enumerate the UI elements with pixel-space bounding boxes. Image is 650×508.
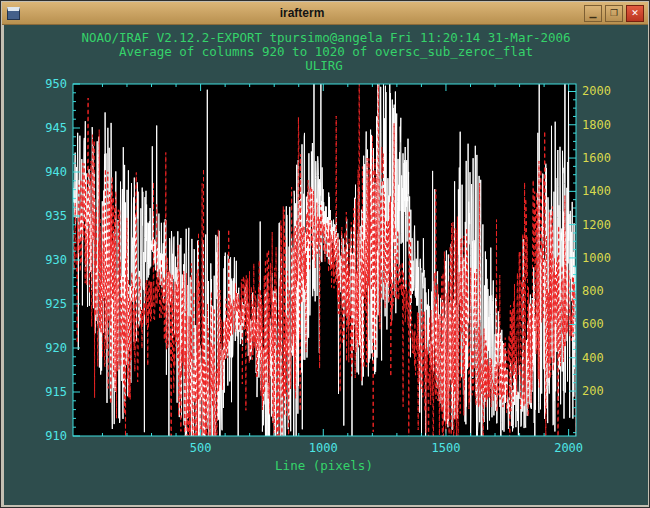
left-axis-tick-label: 925 — [45, 297, 67, 311]
plot-header-line2: Average of columns 920 to 1020 of oversc… — [119, 44, 533, 59]
window-controls: ▁ ❐ ✕ — [584, 5, 644, 22]
left-axis-tick-label: 915 — [45, 385, 67, 399]
close-icon: ✕ — [631, 9, 639, 18]
plot-title: ULIRG — [305, 58, 343, 73]
chart-layer: 9109159209259309359409459502004006008001… — [45, 25, 611, 505]
left-axis-tick-label: 940 — [45, 165, 67, 179]
left-axis-tick-label: 935 — [45, 209, 67, 223]
x-axis-tick-label: 500 — [190, 441, 212, 455]
left-axis-tick-label: 930 — [45, 253, 67, 267]
minimize-icon: ▁ — [590, 9, 597, 18]
left-axis-tick-label: 910 — [45, 429, 67, 443]
x-axis-tick-label: 1500 — [432, 441, 461, 455]
left-axis-tick-label: 920 — [45, 341, 67, 355]
iraf-graphics-screen: NOAO/IRAF V2.12.2-EXPORT tpursimo@angela… — [4, 25, 648, 505]
right-axis-tick-label: 1800 — [582, 118, 611, 132]
right-axis-tick-label: 800 — [582, 284, 604, 298]
plot-canvas: NOAO/IRAF V2.12.2-EXPORT tpursimo@angela… — [4, 25, 648, 505]
x-axis-tick-label: 2000 — [554, 441, 583, 455]
x-axis-tick-label: 1000 — [309, 441, 338, 455]
right-axis-tick-label: 600 — [582, 317, 604, 331]
maximize-icon: ❐ — [610, 9, 618, 18]
right-axis-tick-label: 200 — [582, 384, 604, 398]
left-axis-tick-label: 945 — [45, 121, 67, 135]
irafterm-window: irafterm ▁ ❐ ✕ NOAO/IRAF V2.12.2-EXPORT … — [0, 0, 650, 508]
maximize-button[interactable]: ❐ — [605, 5, 623, 22]
right-axis-tick-label: 1000 — [582, 251, 611, 265]
plot-header-line1: NOAO/IRAF V2.12.2-EXPORT tpursimo@angela… — [81, 30, 570, 45]
right-axis-tick-label: 400 — [582, 351, 604, 365]
x-axis-title: Line (pixels) — [275, 458, 373, 473]
minimize-button[interactable]: ▁ — [584, 5, 602, 22]
window-title: irafterm — [20, 6, 584, 20]
window-titlebar[interactable]: irafterm ▁ ❐ ✕ — [2, 2, 648, 25]
right-axis-tick-label: 1200 — [582, 218, 611, 232]
right-axis-tick-label: 2000 — [582, 84, 611, 98]
window-app-icon — [7, 7, 20, 20]
left-axis-tick-label: 950 — [45, 77, 67, 91]
close-button[interactable]: ✕ — [626, 5, 644, 22]
right-axis-tick-label: 1600 — [582, 151, 611, 165]
right-axis-tick-label: 1400 — [582, 184, 611, 198]
